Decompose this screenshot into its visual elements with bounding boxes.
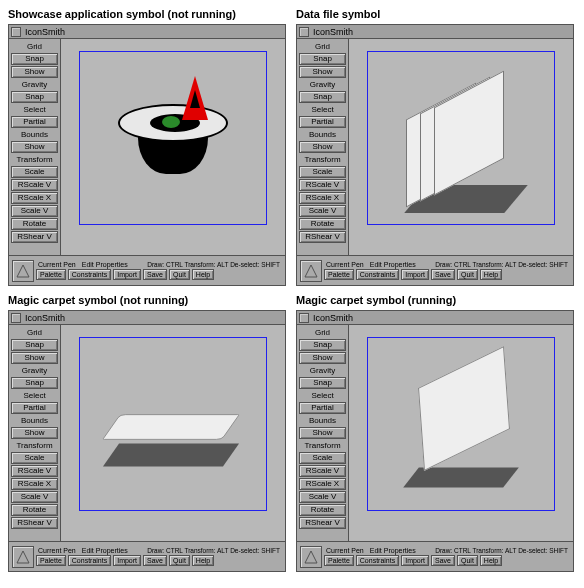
side-button-partial[interactable]: Partial bbox=[299, 116, 346, 128]
canvas[interactable] bbox=[61, 325, 285, 541]
edit-properties-label: Edit Properties bbox=[80, 261, 130, 268]
bottom-button-help[interactable]: Help bbox=[480, 555, 502, 566]
side-button-scale v[interactable]: Scale V bbox=[11, 491, 58, 503]
side-button-rscale x[interactable]: RScale X bbox=[11, 478, 58, 490]
side-button-partial[interactable]: Partial bbox=[299, 402, 346, 414]
side-button-scale[interactable]: Scale bbox=[11, 452, 58, 464]
side-button-rotate[interactable]: Rotate bbox=[11, 504, 58, 516]
window-menu-icon[interactable] bbox=[11, 313, 21, 323]
side-button-snap[interactable]: Snap bbox=[299, 339, 346, 351]
bottom-button-quit[interactable]: Quit bbox=[457, 555, 478, 566]
bottom-button-palette[interactable]: Palette bbox=[36, 555, 66, 566]
bottom-button-import[interactable]: Import bbox=[113, 269, 141, 280]
side-button-rscale v[interactable]: RScale V bbox=[299, 465, 346, 477]
window-menu-icon[interactable] bbox=[11, 27, 21, 37]
side-button-partial[interactable]: Partial bbox=[11, 402, 58, 414]
window-title: IconSmith bbox=[313, 27, 353, 37]
bottom-button-import[interactable]: Import bbox=[401, 555, 429, 566]
side-button-scale v[interactable]: Scale V bbox=[11, 205, 58, 217]
bottom-button-help[interactable]: Help bbox=[480, 269, 502, 280]
side-button-show[interactable]: Show bbox=[11, 141, 58, 153]
bottom-button-palette[interactable]: Palette bbox=[36, 269, 66, 280]
side-button-show[interactable]: Show bbox=[299, 427, 346, 439]
side-section-label: Grid bbox=[11, 327, 58, 338]
side-button-scale[interactable]: Scale bbox=[299, 166, 346, 178]
side-button-snap[interactable]: Snap bbox=[11, 339, 58, 351]
side-button-rshear v[interactable]: RShear V bbox=[11, 231, 58, 243]
bottom-button-help[interactable]: Help bbox=[192, 269, 214, 280]
hints-label: Draw: CTRL Transform: ALT De-select: SHI… bbox=[132, 261, 282, 268]
current-pen-swatch[interactable] bbox=[12, 546, 34, 568]
canvas[interactable] bbox=[349, 325, 573, 541]
side-button-show[interactable]: Show bbox=[11, 427, 58, 439]
bottom-button-quit[interactable]: Quit bbox=[169, 269, 190, 280]
side-button-rshear v[interactable]: RShear V bbox=[299, 517, 346, 529]
side-button-rscale v[interactable]: RScale V bbox=[299, 179, 346, 191]
side-button-show[interactable]: Show bbox=[299, 66, 346, 78]
side-button-rscale x[interactable]: RScale X bbox=[11, 192, 58, 204]
side-button-rscale x[interactable]: RScale X bbox=[299, 478, 346, 490]
svg-marker-2 bbox=[17, 551, 29, 563]
icon-art-carpet-fly bbox=[391, 362, 531, 492]
side-section-label: Select bbox=[11, 390, 58, 401]
titlebar[interactable]: IconSmith bbox=[9, 311, 285, 325]
titlebar[interactable]: IconSmith bbox=[297, 311, 573, 325]
app-window: IconSmithGridSnapShowGravitySnapSelectPa… bbox=[8, 310, 286, 572]
side-button-show[interactable]: Show bbox=[299, 352, 346, 364]
side-button-scale v[interactable]: Scale V bbox=[299, 491, 346, 503]
current-pen-label: Current Pen bbox=[324, 261, 366, 268]
app-window: IconSmithGridSnapShowGravitySnapSelectPa… bbox=[8, 24, 286, 286]
svg-marker-1 bbox=[305, 265, 317, 277]
window-menu-icon[interactable] bbox=[299, 27, 309, 37]
bottom-button-save[interactable]: Save bbox=[431, 269, 455, 280]
app-window: IconSmithGridSnapShowGravitySnapSelectPa… bbox=[296, 24, 574, 286]
side-button-show[interactable]: Show bbox=[299, 141, 346, 153]
bottom-button-save[interactable]: Save bbox=[143, 269, 167, 280]
side-button-rshear v[interactable]: RShear V bbox=[11, 517, 58, 529]
titlebar[interactable]: IconSmith bbox=[9, 25, 285, 39]
side-button-rscale x[interactable]: RScale X bbox=[299, 192, 346, 204]
side-button-snap[interactable]: Snap bbox=[299, 91, 346, 103]
side-button-show[interactable]: Show bbox=[11, 66, 58, 78]
side-button-rotate[interactable]: Rotate bbox=[299, 218, 346, 230]
bottom-button-quit[interactable]: Quit bbox=[169, 555, 190, 566]
bottom-button-help[interactable]: Help bbox=[192, 555, 214, 566]
side-button-rshear v[interactable]: RShear V bbox=[299, 231, 346, 243]
bottom-button-constraints[interactable]: Constraints bbox=[68, 269, 111, 280]
titlebar[interactable]: IconSmith bbox=[297, 25, 573, 39]
bottom-button-quit[interactable]: Quit bbox=[457, 269, 478, 280]
bottom-button-palette[interactable]: Palette bbox=[324, 555, 354, 566]
bottom-button-save[interactable]: Save bbox=[431, 555, 455, 566]
side-button-scale v[interactable]: Scale V bbox=[299, 205, 346, 217]
canvas[interactable] bbox=[61, 39, 285, 255]
side-button-rscale v[interactable]: RScale V bbox=[11, 179, 58, 191]
bottom-button-constraints[interactable]: Constraints bbox=[356, 555, 399, 566]
side-button-snap[interactable]: Snap bbox=[11, 91, 58, 103]
side-button-show[interactable]: Show bbox=[11, 352, 58, 364]
current-pen-swatch[interactable] bbox=[300, 546, 322, 568]
side-button-partial[interactable]: Partial bbox=[11, 116, 58, 128]
window-menu-icon[interactable] bbox=[299, 313, 309, 323]
canvas[interactable] bbox=[349, 39, 573, 255]
side-section-label: Grid bbox=[299, 327, 346, 338]
bottom-button-import[interactable]: Import bbox=[113, 555, 141, 566]
side-button-snap[interactable]: Snap bbox=[11, 53, 58, 65]
edit-properties-label: Edit Properties bbox=[368, 261, 418, 268]
side-button-scale[interactable]: Scale bbox=[299, 452, 346, 464]
side-section-label: Transform bbox=[299, 440, 346, 451]
side-button-snap[interactable]: Snap bbox=[11, 377, 58, 389]
side-button-rscale v[interactable]: RScale V bbox=[11, 465, 58, 477]
side-button-rotate[interactable]: Rotate bbox=[11, 218, 58, 230]
bottom-button-save[interactable]: Save bbox=[143, 555, 167, 566]
side-button-snap[interactable]: Snap bbox=[299, 53, 346, 65]
bottom-button-import[interactable]: Import bbox=[401, 269, 429, 280]
bottom-button-constraints[interactable]: Constraints bbox=[356, 269, 399, 280]
bottom-button-constraints[interactable]: Constraints bbox=[68, 555, 111, 566]
side-button-scale[interactable]: Scale bbox=[11, 166, 58, 178]
current-pen-swatch[interactable] bbox=[300, 260, 322, 282]
current-pen-swatch[interactable] bbox=[12, 260, 34, 282]
side-section-label: Select bbox=[299, 104, 346, 115]
side-button-snap[interactable]: Snap bbox=[299, 377, 346, 389]
side-button-rotate[interactable]: Rotate bbox=[299, 504, 346, 516]
bottom-button-palette[interactable]: Palette bbox=[324, 269, 354, 280]
